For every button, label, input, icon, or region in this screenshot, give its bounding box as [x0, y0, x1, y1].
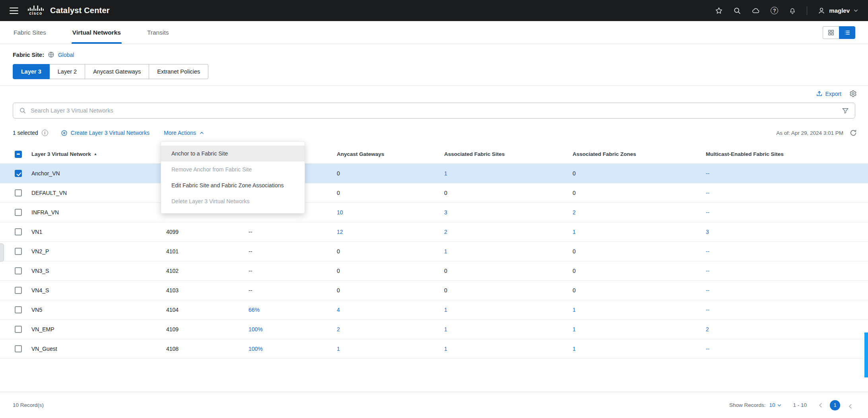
fabric-site-global-link[interactable]: Global: [58, 52, 74, 58]
cell-anycast-gateways[interactable]: 1: [337, 346, 444, 352]
scrollbar-thumb[interactable]: [864, 332, 868, 377]
column-header-layer3-virtual-network[interactable]: Layer 3 Virtual Network▲: [31, 151, 166, 157]
tab-anycast-gateways[interactable]: Anycast Gateways: [85, 64, 149, 79]
side-panel-handle[interactable]: [0, 243, 4, 262]
favorites-star-icon[interactable]: [715, 7, 723, 15]
cell-anycast-gateways[interactable]: 10: [337, 209, 444, 216]
column-header-multicast-enabled-fabric-sites[interactable]: Multicast-Enabled Fabric Sites: [706, 151, 868, 157]
cell-vn-name: DEFAULT_VN: [31, 190, 166, 196]
export-button[interactable]: Export: [816, 90, 841, 97]
cell-associated-fabric-zones[interactable]: 2: [573, 209, 706, 216]
more-actions-label: More Actions: [164, 130, 196, 136]
cell-associated-fabric-sites[interactable]: 3: [444, 209, 573, 216]
page-number-current[interactable]: 1: [830, 400, 840, 410]
cell-associated-fabric-sites[interactable]: 1: [444, 346, 573, 352]
list-view-icon: [844, 29, 851, 36]
menu-item[interactable]: Anchor to a Fabric Site: [161, 146, 305, 161]
row-checkbox[interactable]: [15, 209, 22, 216]
row-checkbox[interactable]: [15, 326, 22, 333]
tab-extranet-policies[interactable]: Extranet Policies: [149, 64, 208, 79]
grid-view-button[interactable]: [823, 26, 839, 39]
refresh-icon[interactable]: [850, 129, 857, 136]
help-icon[interactable]: ?: [771, 7, 778, 14]
search-icon[interactable]: [733, 7, 741, 15]
app-header: cisco Catalyst Center ? maglev: [0, 0, 868, 21]
tab-fabric-sites[interactable]: Fabric Sites: [13, 21, 47, 44]
cell-anycast-gateways[interactable]: 4: [337, 307, 444, 313]
create-layer3-vn-button[interactable]: Create Layer 3 Virtual Networks: [61, 130, 150, 136]
cell-associated-fabric-sites[interactable]: 1: [444, 170, 573, 177]
cell-anycast-gateways: 0: [337, 170, 444, 177]
cell-associated-fabric-sites[interactable]: 1: [444, 248, 573, 255]
cell-vnid: 4101: [166, 248, 249, 255]
cell-vn-name: VN_EMP: [31, 326, 166, 332]
tab-virtual-networks[interactable]: Virtual Networks: [72, 21, 122, 44]
cell-associated-fabric-zones[interactable]: 1: [573, 307, 706, 313]
info-icon[interactable]: i: [42, 130, 48, 136]
tab-layer-2[interactable]: Layer 2: [50, 64, 85, 79]
plus-circle-icon: [61, 130, 68, 136]
tab-layer-3[interactable]: Layer 3: [13, 64, 50, 79]
table-row: VN_Guest 4108 100% 1 1 1 --: [0, 339, 868, 359]
cell-multicast-enabled-fabric-sites: --: [706, 248, 868, 255]
row-checkbox[interactable]: [15, 189, 22, 196]
row-checkbox[interactable]: [15, 287, 22, 294]
cell-associated-fabric-sites[interactable]: 1: [444, 326, 573, 332]
cloud-icon[interactable]: [751, 7, 760, 15]
cell-associated-fabric-zones[interactable]: 1: [573, 346, 706, 352]
filter-funnel-icon[interactable]: [842, 107, 849, 114]
list-view-button[interactable]: [839, 26, 855, 39]
cell-multicast-enabled-fabric-sites: --: [706, 190, 868, 196]
pagination-range: 1 - 10: [793, 402, 807, 408]
cell-anycast-gateways: 0: [337, 268, 444, 274]
prev-page-button[interactable]: [815, 402, 827, 408]
cell-percent: --: [249, 287, 337, 294]
view-toggle-group: [823, 26, 855, 39]
column-header-associated-fabric-sites[interactable]: Associated Fabric Sites: [444, 151, 573, 157]
cisco-bars-icon: [28, 6, 44, 11]
cell-anycast-gateways[interactable]: 12: [337, 229, 444, 235]
cell-multicast-enabled-fabric-sites[interactable]: 2: [706, 326, 868, 332]
row-checkbox[interactable]: [15, 345, 22, 352]
column-header-anycast-gateways[interactable]: Anycast Gateways: [337, 151, 444, 157]
cell-percent[interactable]: 100%: [249, 346, 337, 352]
more-actions-button[interactable]: More Actions: [164, 130, 204, 136]
table-body: Anchor_VN 0 1 0 -- DEFAULT_VN 0 0 0 -- I…: [0, 164, 868, 359]
table-row: VN2_P 4101 -- 0 1 0 --: [0, 242, 868, 261]
cell-associated-fabric-zones[interactable]: 1: [573, 229, 706, 235]
row-checkbox[interactable]: [15, 306, 22, 313]
chevron-down-icon: [777, 403, 782, 408]
user-menu[interactable]: maglev: [818, 7, 858, 15]
cell-vn-name: Anchor_VN: [31, 170, 166, 177]
show-records-dropdown[interactable]: 10: [769, 402, 782, 408]
cell-associated-fabric-zones: 0: [573, 268, 706, 274]
cell-anycast-gateways[interactable]: 2: [337, 326, 444, 332]
username: maglev: [829, 7, 850, 14]
table-settings-gear-icon[interactable]: [849, 90, 857, 97]
cell-associated-fabric-zones[interactable]: 1: [573, 326, 706, 332]
cell-multicast-enabled-fabric-sites[interactable]: 3: [706, 229, 868, 235]
cell-associated-fabric-sites[interactable]: 1: [444, 307, 573, 313]
menu-item: Remove Anchor from Fabric Site: [161, 161, 305, 177]
primary-tab-bar: Fabric Sites Virtual Networks Transits: [0, 21, 868, 44]
row-checkbox[interactable]: [15, 170, 22, 177]
menu-item[interactable]: Edit Fabric Site and Fabric Zone Associa…: [161, 177, 305, 193]
table-row: VN3_S 4102 -- 0 0 0 --: [0, 261, 868, 281]
cell-vn-name: VN3_S: [31, 268, 166, 274]
cell-multicast-enabled-fabric-sites: --: [706, 307, 868, 313]
select-all-checkbox[interactable]: [15, 151, 22, 158]
column-header-associated-fabric-zones[interactable]: Associated Fabric Zones: [573, 151, 706, 157]
next-page-button[interactable]: [843, 402, 855, 408]
row-checkbox[interactable]: [15, 267, 22, 274]
cell-percent[interactable]: 66%: [249, 307, 337, 313]
row-checkbox[interactable]: [15, 228, 22, 235]
create-label: Create Layer 3 Virtual Networks: [71, 130, 150, 136]
hamburger-menu-icon[interactable]: [10, 8, 18, 14]
cell-percent[interactable]: 100%: [249, 326, 337, 332]
search-input[interactable]: [31, 107, 837, 114]
row-checkbox[interactable]: [15, 248, 22, 255]
fabric-site-label: Fabric Site:: [13, 52, 44, 58]
notifications-bell-icon[interactable]: [788, 7, 796, 15]
cell-associated-fabric-sites[interactable]: 2: [444, 229, 573, 235]
tab-transits[interactable]: Transits: [146, 21, 170, 44]
